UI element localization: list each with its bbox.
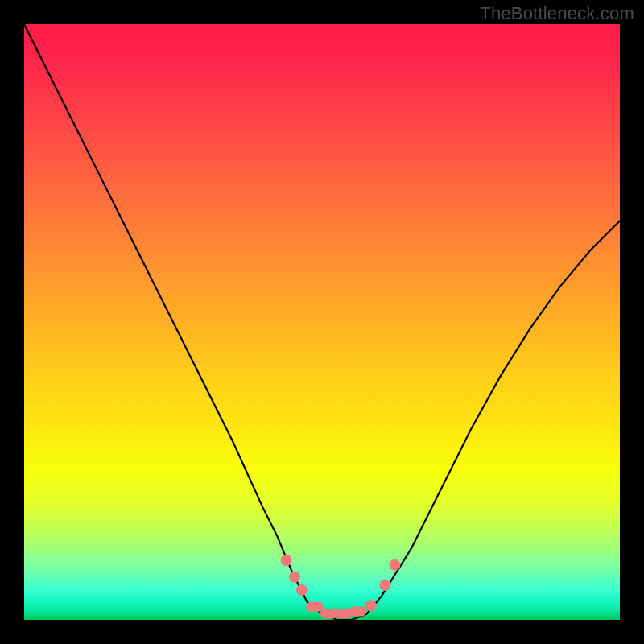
marker-pill bbox=[349, 607, 366, 617]
chart-frame: TheBottleneck.com bbox=[0, 0, 644, 644]
marker-dot bbox=[389, 559, 400, 571]
marker-dot bbox=[365, 600, 377, 611]
curve-markers bbox=[281, 555, 401, 619]
marker-dot bbox=[379, 580, 390, 591]
marker-dot bbox=[296, 584, 308, 596]
plot-area bbox=[24, 24, 620, 620]
curve-svg bbox=[24, 24, 620, 620]
watermark: TheBottleneck.com bbox=[480, 3, 634, 24]
marker-dot bbox=[281, 555, 292, 566]
bottleneck-curve bbox=[24, 24, 620, 620]
marker-dot bbox=[289, 572, 300, 583]
marker-pill bbox=[306, 602, 324, 612]
